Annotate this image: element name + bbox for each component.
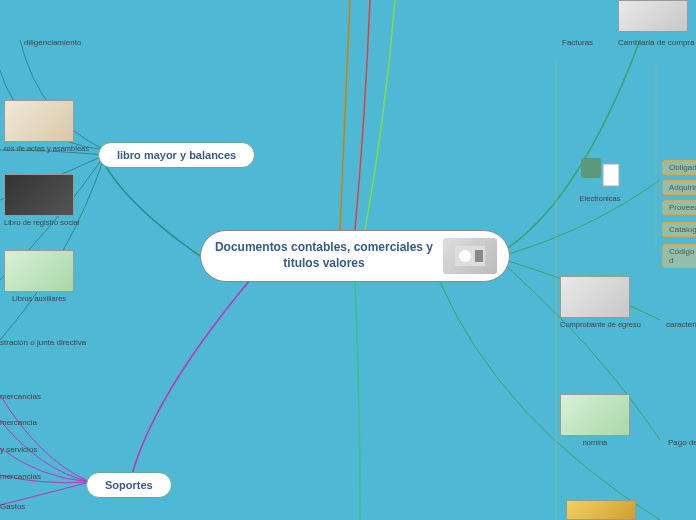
leaf-caracteri[interactable]: caracteri — [666, 320, 696, 329]
leaf-cambiaria[interactable]: Cambiaria de compra y ven — [618, 38, 696, 47]
leaf-junta[interactable]: stración o junta directiva — [0, 338, 86, 347]
electronicas-label: Electronicas — [572, 194, 628, 203]
leaf-mercancias2[interactable]: mercancias — [0, 472, 41, 481]
leaf-facturas[interactable]: Facturas — [562, 38, 593, 47]
thumb-auxiliares-img — [4, 250, 74, 292]
thumb-electronicas[interactable]: Electronicas — [572, 150, 628, 203]
thumb-comprobante-img — [560, 276, 630, 318]
leaf-obligado[interactable]: Obligado — [662, 160, 696, 175]
thumb-cambiaria[interactable] — [618, 0, 688, 34]
leaf-mercancias1[interactable]: mercancias — [0, 392, 41, 401]
thumb-registro-img — [4, 174, 74, 216]
thumb-cambiaria-img — [618, 0, 688, 32]
thumb-actas-img — [4, 100, 74, 142]
thumb-bottom-img — [566, 500, 636, 520]
svg-rect-3 — [581, 158, 601, 178]
leaf-gastos[interactable]: Gastos — [0, 502, 25, 511]
leaf-mercancia[interactable]: mercancia — [0, 418, 37, 427]
thumb-auxiliares-label: Libros auxiliares — [4, 294, 74, 303]
leaf-yservicios[interactable]: y servicios — [0, 445, 37, 454]
thumb-comprobante[interactable]: Comprobante de egreso — [560, 276, 641, 329]
central-thumbnail — [443, 238, 497, 274]
leaf-pagode[interactable]: Pago de — [668, 438, 696, 447]
thumb-actas-label: ros de actas y asambleas — [4, 144, 89, 153]
branch-soportes[interactable]: Soportes — [86, 472, 172, 498]
branch-libro-mayor[interactable]: libro mayor y balances — [98, 142, 255, 168]
central-node[interactable]: Documentos contables, comerciales y titu… — [200, 230, 510, 282]
svg-point-1 — [459, 250, 471, 262]
leaf-diligenciamiento[interactable]: diligenciamiento — [24, 38, 81, 47]
leaf-codigo[interactable]: Código d — [662, 244, 696, 268]
thumb-comprobante-label: Comprobante de egreso — [560, 320, 641, 329]
thumb-auxiliares[interactable]: Libros auxiliares — [4, 250, 74, 303]
thumb-registro-label: Libro de registro social — [4, 218, 79, 227]
thumb-actas[interactable]: ros de actas y asambleas — [4, 100, 89, 153]
leaf-catalogo[interactable]: Catalogo — [662, 222, 696, 237]
thumb-nomina[interactable]: nomina — [560, 394, 630, 447]
leaf-proveedor[interactable]: Proveedo — [662, 200, 696, 215]
svg-rect-4 — [603, 164, 619, 186]
thumb-nomina-label: nomina — [560, 438, 630, 447]
electronicas-icon — [572, 150, 628, 194]
thumb-registro[interactable]: Libro de registro social — [4, 174, 79, 227]
thumb-bottom[interactable] — [566, 500, 636, 520]
thumb-nomina-img — [560, 394, 630, 436]
svg-rect-2 — [475, 250, 483, 262]
central-title: Documentos contables, comerciales y titu… — [213, 240, 435, 271]
leaf-adquirir[interactable]: Adquirir — [662, 180, 696, 195]
